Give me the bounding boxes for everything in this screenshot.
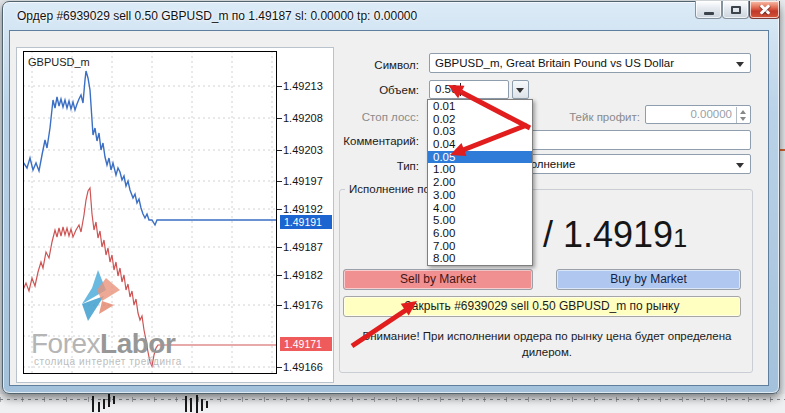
volume-option[interactable]: 8.00	[428, 252, 532, 265]
takeprofit-label: Тейк профит:	[540, 111, 640, 123]
minimize-button[interactable]	[695, 1, 722, 19]
volume-option[interactable]: 5.00	[428, 214, 532, 227]
volume-dropdown-button[interactable]	[512, 80, 529, 99]
forexlabor-tagline: столица интернет трейдинга	[34, 356, 182, 367]
axis-tick	[277, 275, 282, 276]
chart-symbol-label: GBPUSD_m	[28, 56, 90, 68]
buy-by-market-button[interactable]: Buy by Market	[556, 269, 741, 290]
comment-label: Комментарий:	[319, 135, 419, 147]
type-label: Тип:	[319, 160, 419, 172]
volume-option-selected[interactable]: 0.05	[428, 151, 532, 164]
takeprofit-spinner[interactable]	[736, 107, 749, 123]
volume-option[interactable]: 0.02	[428, 113, 532, 126]
axis-tick	[277, 118, 282, 119]
volume-option[interactable]: 0.01	[428, 100, 532, 113]
market-execution-warning: Внимание! При исполнении ордера по рынку…	[352, 328, 742, 360]
text-caret	[460, 83, 461, 96]
volume-label: Объем:	[319, 84, 419, 96]
price-last-digit: 1	[673, 224, 687, 252]
forexlabor-star-logo	[78, 268, 120, 322]
price-axis-label: 1.49197	[283, 175, 323, 187]
volume-option[interactable]: 1.00	[428, 163, 532, 176]
ask-line	[23, 71, 277, 225]
price-axis-label: 1.49213	[283, 80, 323, 92]
takeprofit-value: 0.00000	[690, 108, 732, 120]
axis-tick	[277, 150, 282, 151]
stoploss-label: Стоп лосс:	[319, 111, 419, 123]
takeprofit-input[interactable]: 0.00000	[645, 105, 751, 124]
volume-option[interactable]: 7.00	[428, 240, 532, 253]
price-slash: /	[543, 214, 553, 255]
chevron-down-icon	[736, 163, 744, 168]
tick-chart-plot	[23, 51, 277, 374]
chevron-down-icon	[736, 62, 744, 67]
bid-price-badge: 1.49171	[280, 337, 332, 351]
symbol-value: GBPUSD_m, Great Britain Pound vs US Doll…	[435, 57, 674, 69]
spinner-up-icon	[740, 110, 746, 114]
axis-tick	[277, 247, 282, 248]
volume-value: 0.50	[435, 83, 457, 95]
axis-tick	[277, 86, 282, 87]
volume-option[interactable]: 2.00	[428, 176, 532, 189]
price-axis-label: 1.49166	[283, 361, 323, 373]
volume-option[interactable]: 6.00	[428, 227, 532, 240]
close-order-button[interactable]: Закрыть #6939029 sell 0.50 GBPUSD_m по р…	[343, 296, 741, 317]
volume-input[interactable]: 0.50	[429, 80, 509, 99]
price-main: 1.4919	[563, 214, 673, 255]
window-title: Ордер #6939029 sell 0.50 GBPUSD_m по 1.4…	[17, 9, 417, 23]
price-axis-label: 1.49192	[283, 203, 323, 215]
symbol-combobox[interactable]: GBPUSD_m, Great Britain Pound vs US Doll…	[429, 53, 751, 73]
spinner-down-icon	[740, 117, 746, 121]
volume-option[interactable]: 0.03	[428, 125, 532, 138]
maximize-icon	[731, 6, 741, 14]
volume-option[interactable]: 0.04	[428, 138, 532, 151]
symbol-label: Символ:	[319, 59, 419, 71]
volume-option[interactable]: 4.00	[428, 202, 532, 215]
maximize-button[interactable]	[722, 1, 749, 19]
ask-price-badge: 1.49191	[280, 215, 332, 229]
watermark-brand-regular: Forex	[31, 328, 100, 359]
price-axis-label: 1.49208	[283, 112, 323, 124]
volume-options-list: 0.01 0.02 0.03 0.04 0.05 1.00 2.00 3.00 …	[427, 99, 533, 266]
minimize-icon	[704, 12, 714, 15]
close-window-button[interactable]	[749, 1, 780, 19]
chevron-down-icon	[516, 88, 524, 93]
axis-tick	[277, 305, 282, 306]
sell-by-market-button[interactable]: Sell by Market	[343, 269, 533, 290]
axis-tick	[277, 181, 282, 182]
volume-option[interactable]: 3.00	[428, 189, 532, 202]
axis-tick	[277, 209, 282, 210]
price-axis-label: 1.49182	[283, 269, 323, 281]
price-axis-label: 1.49187	[283, 241, 323, 253]
current-price: / 1.49191	[543, 214, 687, 256]
price-axis-label: 1.49203	[283, 144, 323, 156]
price-axis-label: 1.49176	[283, 299, 323, 311]
watermark-brand-bold: Labor	[100, 328, 175, 359]
axis-tick	[277, 367, 282, 368]
